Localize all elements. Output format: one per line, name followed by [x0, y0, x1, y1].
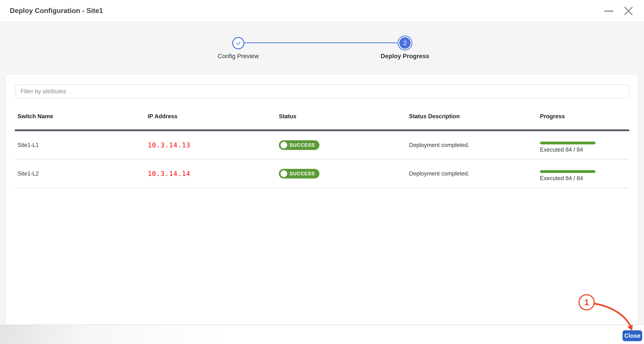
ip-address-cell: 10.3.14.14	[145, 159, 276, 188]
progress-bar	[540, 142, 596, 144]
step-2-number: 2	[403, 40, 406, 47]
step-2-label: Deploy Progress	[359, 53, 451, 60]
wizard-stepper: 2 Config Preview Deploy Progress	[0, 22, 644, 75]
table-header-row: Switch Name IP Address Status Status Des…	[15, 98, 629, 130]
progress-cell: Executed 84 / 84	[537, 159, 629, 188]
status-badge: SUCCESS	[279, 140, 320, 150]
column-header-progress[interactable]: Progress	[537, 98, 629, 130]
table-row[interactable]: Site1-L1 10.3.14.13 SUCCESS Deployment c…	[15, 130, 629, 159]
stepper-connector-line	[244, 43, 398, 43]
progress-bar-fill	[540, 170, 596, 173]
status-label: SUCCESS	[290, 142, 315, 148]
status-label: SUCCESS	[290, 171, 315, 177]
minimize-icon[interactable]	[604, 6, 614, 16]
status-cell: SUCCESS	[276, 130, 406, 159]
close-icon[interactable]	[624, 7, 633, 15]
dialog-title: Deploy Configuration - Site1	[10, 7, 103, 15]
status-cell: SUCCESS	[276, 159, 406, 188]
status-description-cell: Deployment completed.	[406, 130, 537, 159]
deploy-progress-panel: Switch Name IP Address Status Status Des…	[6, 75, 638, 325]
progress-bar-fill	[540, 142, 596, 144]
switch-name-cell: Site1-L2	[15, 159, 145, 188]
status-description-cell: Deployment completed.	[406, 159, 537, 188]
table-row[interactable]: Site1-L2 10.3.14.14 SUCCESS Deployment c…	[15, 159, 629, 188]
progress-label: Executed 84 / 84	[540, 175, 629, 182]
progress-cell: Executed 84 / 84	[537, 130, 629, 159]
status-dot-icon	[280, 170, 287, 177]
switch-progress-table: Switch Name IP Address Status Status Des…	[15, 98, 629, 188]
progress-label: Executed 84 / 84	[540, 146, 629, 153]
step-2-number-badge[interactable]: 2	[399, 37, 411, 49]
filter-input[interactable]	[15, 85, 629, 98]
status-badge: SUCCESS	[279, 169, 320, 178]
check-icon	[235, 40, 242, 47]
dialog-titlebar: Deploy Configuration - Site1	[0, 0, 644, 22]
close-button[interactable]: Close	[622, 330, 642, 341]
dialog-footer: Close	[0, 325, 644, 344]
column-header-switch-name[interactable]: Switch Name	[15, 98, 145, 130]
switch-name-cell: Site1-L1	[15, 130, 145, 159]
column-header-status[interactable]: Status	[276, 98, 406, 130]
step-1-complete-icon[interactable]	[232, 37, 244, 49]
progress-bar	[540, 170, 596, 173]
column-header-ip-address[interactable]: IP Address	[145, 98, 276, 130]
ip-address-cell: 10.3.14.13	[145, 130, 276, 159]
column-header-status-description[interactable]: Status Description	[406, 98, 537, 130]
status-dot-icon	[280, 142, 287, 148]
step-1-label: Config Preview	[192, 53, 284, 60]
